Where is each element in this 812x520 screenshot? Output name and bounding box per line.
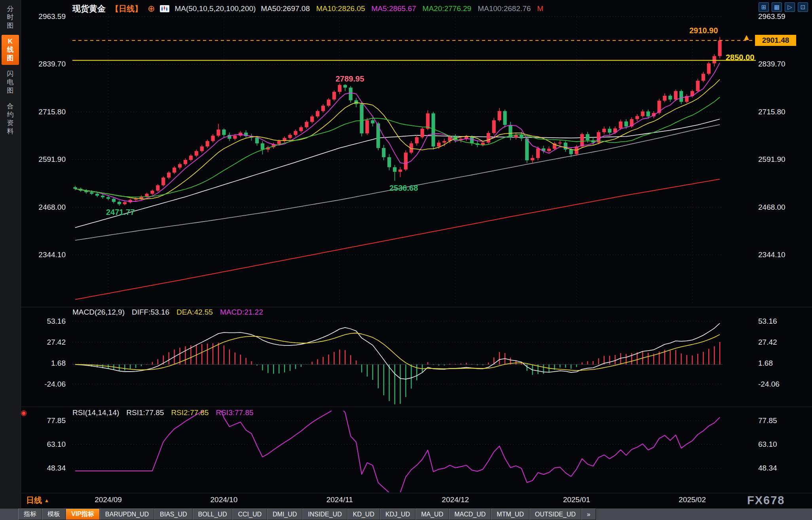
last-price-badge: 2901.48 bbox=[755, 35, 796, 46]
y-axis-label: 27.42 bbox=[24, 338, 66, 347]
y-axis-label: 63.10 bbox=[758, 440, 777, 449]
bottom-tab[interactable]: KD_UD bbox=[347, 509, 380, 520]
y-axis-label: 2344.10 bbox=[758, 251, 785, 259]
layout-add-pane-icon[interactable]: ⊡ bbox=[798, 2, 808, 12]
y-axis-label: 2715.80 bbox=[24, 108, 66, 116]
bottom-tab[interactable]: MACD_UD bbox=[449, 509, 491, 520]
chart-header: 现货黄金 【日线】 ⊕ MA(50,10,5,20,100,200) MA50:… bbox=[72, 3, 543, 14]
bottom-tab[interactable]: MA_UD bbox=[415, 509, 449, 520]
ma-value: MA50:2697.08 bbox=[261, 4, 310, 13]
price-annotation: 2471.77 bbox=[106, 208, 135, 217]
bottom-tab[interactable]: KDJ_UD bbox=[380, 509, 415, 520]
rsi-pane bbox=[72, 404, 723, 495]
sidebar-item-flash[interactable]: 闪电图 bbox=[2, 67, 19, 97]
y-axis-label: 2591.90 bbox=[24, 155, 66, 164]
ma-value: MA10:2826.05 bbox=[316, 4, 365, 13]
rsi-value: RSI1:77.85 bbox=[126, 408, 164, 417]
macd-value: MACD:21.22 bbox=[220, 308, 263, 317]
sidebar-item-contract[interactable]: 合约资料 bbox=[2, 100, 19, 138]
y-axis-label: 53.16 bbox=[758, 317, 777, 326]
trading-terminal: 分时图K线图闪电图合约资料 现货黄金 【日线】 ⊕ MA(50,10,5,20,… bbox=[0, 0, 812, 520]
macd-title: MACD(26,12,9) bbox=[72, 308, 125, 317]
y-axis-label: 1.68 bbox=[24, 359, 66, 368]
bottom-tab[interactable]: VIP指标 bbox=[66, 509, 100, 520]
y-axis-label: 63.10 bbox=[24, 440, 66, 449]
y-axis-label: -24.06 bbox=[758, 380, 780, 389]
bottom-tab[interactable]: » bbox=[581, 509, 596, 520]
macd-header: MACD(26,12,9) DIFF:53.16DEA:42.55MACD:21… bbox=[72, 308, 263, 317]
y-axis-label: 27.42 bbox=[758, 338, 777, 347]
bottom-tab[interactable]: INSIDE_UD bbox=[302, 509, 347, 520]
y-axis-label: 2839.70 bbox=[758, 60, 785, 68]
x-axis-row: 日线 ▲ FX678 2024/092024/102024/112024/122… bbox=[0, 494, 812, 507]
rsi-value: RSI3:77.85 bbox=[216, 408, 253, 417]
y-axis-label: 77.85 bbox=[758, 416, 777, 425]
price-up-arrow-icon: ▲ bbox=[742, 32, 751, 42]
rsi-value: RSI2:77.85 bbox=[171, 408, 209, 417]
macd-values-readout: DIFF:53.16DEA:42.55MACD:21.22 bbox=[132, 308, 263, 317]
y-axis-label: 2468.00 bbox=[758, 203, 785, 212]
ma-settings-label: MA(50,10,5,20,100,200) bbox=[175, 4, 256, 13]
y-axis-label: 2591.90 bbox=[758, 155, 785, 164]
x-axis-label: 2025/02 bbox=[664, 495, 720, 504]
ma-values-readout: MA50:2697.08MA10:2826.05MA5:2865.67MA20:… bbox=[261, 4, 543, 13]
ma-value: MA20:2776.29 bbox=[423, 4, 472, 13]
price-annotation: 2789.95 bbox=[336, 74, 364, 84]
layout-active-pane-icon[interactable]: ▷ bbox=[785, 2, 795, 12]
chevron-up-icon: ▲ bbox=[44, 497, 49, 503]
circle-plus-icon[interactable]: ⊕ bbox=[148, 5, 155, 13]
price-annotation: 2910.90 bbox=[689, 26, 718, 35]
status-dot-icon: ◉ bbox=[21, 408, 27, 417]
bottom-tab[interactable]: BARUPDN_UD bbox=[100, 509, 154, 520]
rsi-title: RSI(14,14,14) bbox=[72, 408, 119, 417]
rsi-header: RSI(14,14,14) RSI1:77.85RSI2:77.85RSI3:7… bbox=[72, 408, 254, 417]
bottom-tab[interactable]: BIAS_UD bbox=[154, 509, 192, 520]
x-axis-label: 2024/10 bbox=[196, 495, 252, 504]
alert-level-label: 2850.00 bbox=[726, 53, 754, 62]
bottom-tab[interactable]: BOLL_UD bbox=[193, 509, 233, 520]
period-tag: 【日线】 bbox=[111, 4, 142, 14]
price-annotation: 2536.68 bbox=[389, 184, 418, 193]
x-axis-label: 2024/11 bbox=[312, 495, 367, 504]
ma-value: MA100:2682.76 bbox=[478, 4, 531, 13]
period-dropdown[interactable]: 日线 ▲ bbox=[26, 495, 49, 506]
bottom-tab[interactable]: MTM_UD bbox=[491, 509, 529, 520]
y-axis-label: 48.34 bbox=[24, 464, 66, 473]
macd-value: DEA:42.55 bbox=[176, 308, 213, 317]
y-axis-label: 53.16 bbox=[24, 317, 66, 326]
y-axis-label: 2344.10 bbox=[24, 251, 66, 259]
y-axis-label: 48.34 bbox=[758, 464, 777, 473]
watermark: FX678 bbox=[747, 494, 785, 507]
rsi-values-readout: RSI1:77.85RSI2:77.85RSI3:77.85 bbox=[126, 408, 253, 417]
left-sidebar: 分时图K线图闪电图合约资料 bbox=[0, 0, 21, 508]
main-price-pane bbox=[72, 14, 723, 305]
macd-pane bbox=[72, 321, 723, 404]
bottom-tab[interactable]: 模板 bbox=[42, 509, 66, 520]
layout-toolbar: ⊞▦▷⊡ bbox=[759, 2, 808, 12]
y-axis-label: 2963.59 bbox=[24, 12, 66, 21]
macd-value: DIFF:53.16 bbox=[132, 308, 169, 317]
bottom-tab[interactable]: DMI_UD bbox=[267, 509, 302, 520]
mini-kline-icon[interactable] bbox=[160, 5, 169, 12]
x-axis-label: 2024/09 bbox=[81, 495, 136, 504]
sidebar-item-kline[interactable]: K线图 bbox=[2, 35, 19, 65]
ma-value: M bbox=[537, 4, 543, 13]
bottom-tab[interactable]: 指标 bbox=[18, 509, 42, 520]
y-axis-label: -24.06 bbox=[24, 380, 66, 389]
ma-value: MA5:2865.67 bbox=[372, 4, 416, 13]
bottom-tab[interactable]: CCI_UD bbox=[232, 509, 267, 520]
indicator-tab-bar: 指标模板VIP指标BARUPDN_UDBIAS_UDBOLL_UDCCI_UDD… bbox=[0, 508, 812, 520]
y-axis-label: 1.68 bbox=[758, 359, 773, 368]
layout-grid-icon[interactable]: ⊞ bbox=[759, 2, 769, 12]
y-axis-label: 2963.59 bbox=[758, 12, 785, 21]
y-axis-label: 2715.80 bbox=[758, 108, 785, 116]
bottom-tab[interactable]: OUTSIDE_UD bbox=[529, 509, 581, 520]
candlestick-series bbox=[73, 37, 721, 206]
layout-panes-icon[interactable]: ▦ bbox=[772, 2, 782, 12]
y-axis-label: 2839.70 bbox=[24, 60, 66, 68]
symbol-name: 现货黄金 bbox=[72, 3, 106, 14]
chart-canvas[interactable] bbox=[0, 0, 812, 520]
sidebar-item-timeline[interactable]: 分时图 bbox=[2, 2, 19, 32]
y-axis-label: 2468.00 bbox=[24, 203, 66, 212]
y-axis-label: 77.85 bbox=[24, 416, 66, 425]
